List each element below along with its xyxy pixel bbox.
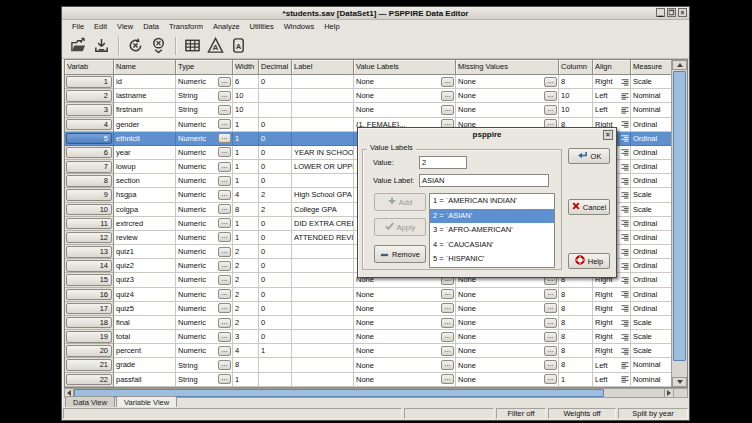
cell-value-labels[interactable]: None... — [354, 103, 456, 117]
missing-values-ellipsis-button[interactable]: ... — [544, 360, 557, 370]
menu-analyze[interactable]: Analyze — [208, 20, 245, 33]
cell-columns[interactable]: 8 — [559, 302, 593, 316]
cell-type[interactable]: Numeric... — [176, 245, 233, 259]
cell-align[interactable]: Left — [593, 373, 631, 387]
row-number-button[interactable]: 13 — [66, 246, 112, 258]
value-labels-ellipsis-button[interactable]: ... — [441, 346, 454, 356]
row-number-cell[interactable]: 15 — [65, 273, 114, 287]
minimize-button[interactable]: ▁ — [656, 8, 665, 17]
cell-measure[interactable]: Ordinal — [631, 217, 671, 231]
cell-value-labels[interactable]: None... — [354, 288, 456, 302]
cell-name[interactable]: quiz5 — [114, 302, 176, 316]
value-input[interactable]: 2 — [419, 156, 467, 169]
value-labels-ellipsis-button[interactable]: ... — [441, 360, 454, 370]
cancel-button[interactable]: Cancel — [568, 199, 610, 215]
cell-align[interactable]: Left — [593, 89, 631, 103]
cell-decimals[interactable]: 0 — [259, 118, 292, 132]
type-ellipsis-button[interactable]: ... — [218, 147, 231, 157]
type-ellipsis-button[interactable]: ... — [218, 162, 231, 172]
cell-measure[interactable]: Nominal — [631, 358, 671, 372]
row-number-cell[interactable]: 22 — [65, 373, 114, 387]
missing-values-ellipsis-button[interactable]: ... — [544, 303, 557, 313]
scroll-right-button[interactable] — [664, 389, 673, 397]
cell-align[interactable]: Right — [593, 75, 631, 89]
cell-name[interactable]: quiz4 — [114, 288, 176, 302]
cell-measure[interactable]: Ordinal — [631, 245, 671, 259]
cell-columns[interactable]: 8 — [559, 288, 593, 302]
value-labels-ellipsis-button[interactable]: ... — [441, 374, 454, 384]
cell-width[interactable]: 8 — [233, 203, 259, 217]
cell-decimals[interactable]: 0 — [259, 160, 292, 174]
cell-type[interactable]: Numeric... — [176, 231, 233, 245]
cell-type[interactable]: Numeric... — [176, 203, 233, 217]
cell-missing-values[interactable]: None... — [456, 316, 559, 330]
type-ellipsis-button[interactable]: ... — [218, 119, 231, 129]
type-ellipsis-button[interactable]: ... — [218, 133, 231, 143]
cell-value-labels[interactable]: None... — [354, 330, 456, 344]
missing-values-ellipsis-button[interactable]: ... — [544, 91, 557, 101]
cell-decimals[interactable]: 0 — [259, 302, 292, 316]
cell-type[interactable]: Numeric... — [176, 118, 233, 132]
type-ellipsis-button[interactable]: ... — [218, 275, 231, 285]
save-icon[interactable] — [91, 35, 112, 56]
row-number-button[interactable]: 17 — [66, 303, 112, 315]
goto-case-icon[interactable] — [125, 35, 146, 56]
cell-label[interactable] — [292, 103, 354, 117]
cell-label[interactable] — [292, 89, 354, 103]
row-number-button[interactable]: 19 — [66, 331, 112, 343]
cell-align[interactable]: Left — [593, 358, 631, 372]
value-label-list-item[interactable]: 1 = `AMERICAN INDIAN' — [430, 194, 554, 209]
cell-missing-values[interactable]: None... — [456, 103, 559, 117]
cell-measure[interactable]: Scale — [631, 188, 671, 202]
cell-measure[interactable]: Ordinal — [631, 132, 671, 146]
cell-name[interactable]: extrcred — [114, 217, 176, 231]
cell-measure[interactable]: Scale — [631, 330, 671, 344]
cell-missing-values[interactable]: None... — [456, 288, 559, 302]
row-number-cell[interactable]: 18 — [65, 316, 114, 330]
cell-width[interactable]: 2 — [233, 316, 259, 330]
filter-status[interactable]: Filter off — [496, 408, 546, 419]
cell-value-labels[interactable]: None... — [354, 302, 456, 316]
type-ellipsis-button[interactable]: ... — [218, 289, 231, 299]
cell-type[interactable]: Numeric... — [176, 330, 233, 344]
cell-measure[interactable]: Ordinal — [631, 273, 671, 287]
cell-width[interactable]: 1 — [233, 132, 259, 146]
type-ellipsis-button[interactable]: ... — [218, 360, 231, 370]
missing-values-ellipsis-button[interactable]: ... — [544, 318, 557, 328]
cell-width[interactable]: 4 — [233, 344, 259, 358]
cell-name[interactable]: section — [114, 174, 176, 188]
cell-columns[interactable]: 10 — [559, 103, 593, 117]
cell-align[interactable]: Right — [593, 288, 631, 302]
missing-values-ellipsis-button[interactable]: ... — [544, 374, 557, 384]
cell-columns[interactable]: 1 — [559, 373, 593, 387]
cell-name[interactable]: final — [114, 316, 176, 330]
vertical-scrollbar[interactable] — [671, 60, 687, 387]
row-number-cell[interactable]: 8 — [65, 174, 114, 188]
type-ellipsis-button[interactable]: ... — [218, 176, 231, 186]
open-icon[interactable] — [68, 35, 89, 56]
row-number-button[interactable]: 21 — [66, 359, 112, 371]
type-ellipsis-button[interactable]: ... — [218, 332, 231, 342]
cell-type[interactable]: Numeric... — [176, 174, 233, 188]
cell-width[interactable]: 2 — [233, 288, 259, 302]
missing-values-ellipsis-button[interactable]: ... — [544, 105, 557, 115]
menu-edit[interactable]: Edit — [89, 20, 112, 33]
cell-decimals[interactable] — [259, 89, 292, 103]
row-number-cell[interactable]: 16 — [65, 288, 114, 302]
cell-type[interactable]: Numeric... — [176, 146, 233, 160]
cell-label[interactable] — [292, 259, 354, 273]
cell-missing-values[interactable]: None... — [456, 358, 559, 372]
cell-label[interactable] — [292, 302, 354, 316]
add-button[interactable]: Add — [374, 193, 426, 211]
ok-button[interactable]: OK — [568, 148, 610, 164]
value-labels-icon[interactable]: A — [228, 35, 249, 56]
cell-name[interactable]: total — [114, 330, 176, 344]
find-icon[interactable]: A — [205, 35, 226, 56]
cell-name[interactable]: lastname — [114, 89, 176, 103]
cell-align[interactable]: Left — [593, 103, 631, 117]
cell-name[interactable]: ethnicit — [114, 132, 176, 146]
row-number-cell[interactable]: 3 — [65, 103, 114, 117]
type-ellipsis-button[interactable]: ... — [218, 77, 231, 87]
cell-columns[interactable]: 8 — [559, 316, 593, 330]
cell-width[interactable]: 1 — [233, 231, 259, 245]
